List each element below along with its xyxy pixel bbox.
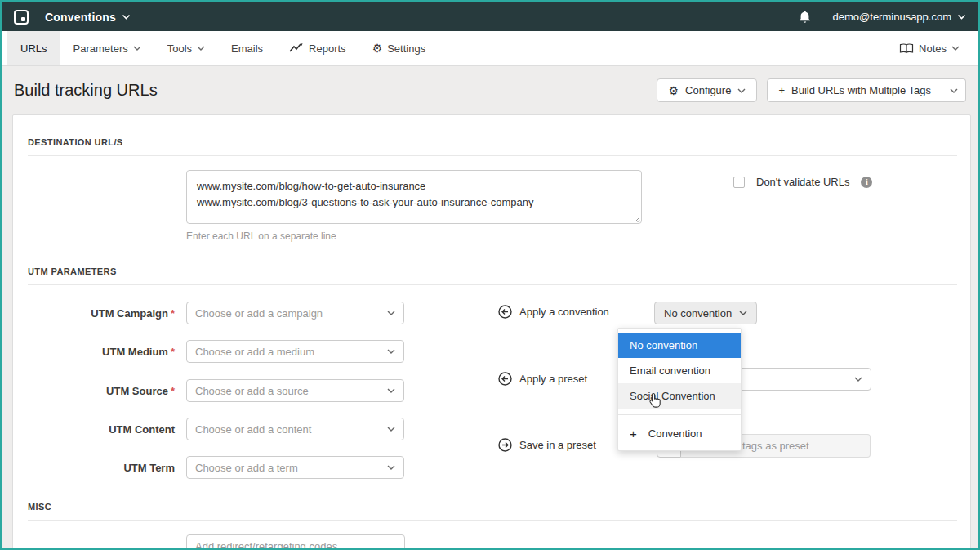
select-placeholder: Choose or add a medium xyxy=(195,346,314,358)
topbar: Conventions demo@terminusapp.com xyxy=(2,2,978,31)
menu-item-add-convention[interactable]: + Convention xyxy=(618,421,741,446)
build-urls-dropdown-toggle[interactable] xyxy=(942,78,966,102)
utm-term-select[interactable]: Choose or add a term xyxy=(186,456,404,479)
select-placeholder: Choose or add a source xyxy=(195,385,309,397)
chevron-down-icon xyxy=(387,388,395,393)
chevron-down-icon xyxy=(387,311,395,315)
build-urls-card: DESTINATION URL/S www.mysite.com/blog/ho… xyxy=(12,114,971,550)
utm-source-select[interactable]: Choose or add a source xyxy=(186,379,404,402)
notes-label: Notes xyxy=(919,42,947,55)
chevron-down-icon xyxy=(737,88,746,93)
plus-icon: + xyxy=(630,427,637,440)
divider xyxy=(618,414,741,415)
account-email: demo@terminusapp.com xyxy=(833,11,951,23)
convention-dropdown-button[interactable]: No convention xyxy=(654,302,757,324)
utm-content-select[interactable]: Choose or add a content xyxy=(186,418,404,440)
menu-item-social-convention[interactable]: Social Convention xyxy=(618,383,741,409)
apply-preset-label: Apply a preset xyxy=(519,373,587,385)
convention-dropdown-menu: No convention Email convention Social Co… xyxy=(617,328,742,451)
chevron-down-icon xyxy=(133,46,141,51)
destination-section-heading: DESTINATION URL/S xyxy=(28,137,123,147)
tab-label: Emails xyxy=(231,42,263,55)
configure-button[interactable]: ⚙ Configure xyxy=(657,78,757,102)
apply-convention-label: Apply a convention xyxy=(519,306,609,318)
utm-medium-label: UTM Medium* xyxy=(13,346,175,358)
book-icon xyxy=(899,43,914,54)
tab-settings[interactable]: ⚙ Settings xyxy=(359,31,439,65)
app-logo-icon[interactable] xyxy=(14,10,29,25)
gear-icon: ⚙ xyxy=(668,85,679,96)
arrow-left-circle-icon xyxy=(498,372,512,386)
convention-button-label: No convention xyxy=(664,307,732,320)
arrow-right-circle-icon xyxy=(498,438,512,452)
configure-label: Configure xyxy=(685,84,731,96)
gear-icon: ⚙ xyxy=(372,42,383,54)
misc-section-heading: MISC xyxy=(28,502,51,512)
tab-tools[interactable]: Tools xyxy=(154,31,218,65)
menu-item-no-convention[interactable]: No convention xyxy=(618,333,741,358)
line-chart-icon xyxy=(289,43,304,53)
required-mark: * xyxy=(171,307,175,320)
build-urls-label: Build URLs with Multiple Tags xyxy=(791,84,931,96)
page-header: Build tracking URLs ⚙ Configure + Build … xyxy=(2,67,978,114)
tab-label: Reports xyxy=(309,42,346,55)
menu-item-email-convention[interactable]: Email convention xyxy=(618,358,741,383)
chevron-down-icon xyxy=(950,88,958,93)
arrow-left-circle-icon xyxy=(498,305,512,319)
chevron-down-icon xyxy=(387,465,395,470)
build-urls-multiple-tags-button[interactable]: + Build URLs with Multiple Tags xyxy=(767,78,942,102)
tab-label: URLs xyxy=(20,42,47,55)
apply-preset-row: Apply a preset xyxy=(498,372,587,386)
utm-term-label: UTM Term xyxy=(13,462,175,474)
destination-urls-textarea[interactable]: www.mysite.com/blog/how-to-get-auto-insu… xyxy=(186,170,642,224)
account-menu[interactable]: demo@terminusapp.com xyxy=(833,11,966,23)
add-convention-label: Convention xyxy=(648,427,702,440)
tab-label: Settings xyxy=(387,42,425,55)
chevron-down-icon xyxy=(957,14,966,20)
info-icon[interactable]: i xyxy=(861,177,872,188)
notification-bell-icon[interactable] xyxy=(798,10,812,25)
chevron-down-icon[interactable] xyxy=(122,14,131,20)
utm-content-label: UTM Content xyxy=(13,423,175,436)
tab-parameters[interactable]: Parameters xyxy=(60,31,154,65)
workspace-menu[interactable]: Conventions xyxy=(45,11,116,24)
utm-campaign-label: UTM Campaign* xyxy=(13,307,175,320)
chevron-down-icon xyxy=(739,311,747,315)
tab-urls[interactable]: URLs xyxy=(7,31,60,65)
utm-campaign-select[interactable]: Choose or add a campaign xyxy=(186,302,404,324)
destination-helper-text: Enter each URL on a separate line xyxy=(186,230,336,242)
page-title: Build tracking URLs xyxy=(14,81,158,100)
chevron-down-icon xyxy=(387,349,395,354)
chevron-down-icon xyxy=(387,427,395,432)
chevron-down-icon xyxy=(854,377,862,382)
required-mark: * xyxy=(171,346,175,358)
dont-validate-label: Don't validate URLs xyxy=(756,176,849,188)
apply-convention-row: Apply a convention xyxy=(498,305,609,319)
plus-icon: + xyxy=(778,84,785,96)
tab-reports[interactable]: Reports xyxy=(276,31,359,65)
redirect-codes-input[interactable] xyxy=(186,534,405,550)
tab-emails[interactable]: Emails xyxy=(218,31,276,65)
select-placeholder: Choose or add a campaign xyxy=(195,307,323,320)
select-placeholder: Choose or add a term xyxy=(195,462,298,474)
save-preset-row: Save in a preset xyxy=(498,438,596,452)
divider xyxy=(28,155,957,156)
chevron-down-icon xyxy=(951,46,960,51)
save-preset-label: Save in a preset xyxy=(519,439,596,451)
dont-validate-checkbox[interactable] xyxy=(733,177,745,188)
notes-menu[interactable]: Notes xyxy=(899,31,973,65)
utm-medium-select[interactable]: Choose or add a medium xyxy=(186,340,404,363)
main-nav: URLs Parameters Tools Emails Reports ⚙ S… xyxy=(2,31,978,66)
utm-section-heading: UTM PARAMETERS xyxy=(28,266,117,276)
redirect-codes-label: Redirect Codes xyxy=(13,547,175,550)
utm-source-label: UTM Source* xyxy=(13,385,175,397)
tab-label: Tools xyxy=(167,42,192,55)
chevron-down-icon xyxy=(197,46,205,51)
divider xyxy=(28,520,957,521)
divider xyxy=(28,284,957,285)
required-mark: * xyxy=(171,385,175,397)
tab-label: Parameters xyxy=(74,42,128,55)
select-placeholder: Choose or add a content xyxy=(195,423,311,436)
